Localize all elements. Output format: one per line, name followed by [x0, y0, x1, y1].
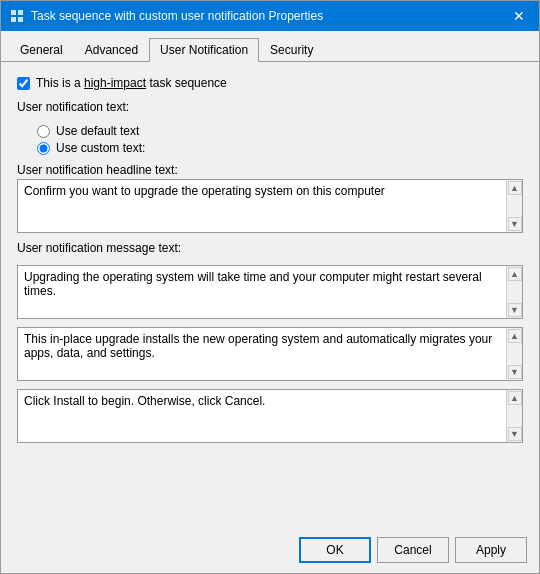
- radio-custom-label: Use custom text:: [56, 141, 145, 155]
- high-impact-checkbox-row: This is a high-impact task sequence: [17, 76, 523, 90]
- title-bar: Task sequence with custom user notificat…: [1, 1, 539, 31]
- radio-default[interactable]: [37, 125, 50, 138]
- radio-custom[interactable]: [37, 142, 50, 155]
- message2-textarea[interactable]: [18, 328, 506, 380]
- tab-security[interactable]: Security: [259, 38, 324, 62]
- radio-default-label: Use default text: [56, 124, 139, 138]
- headline-textarea-wrapper: ▲ ▼: [17, 179, 523, 233]
- tab-content: This is a high-impact task sequence User…: [1, 62, 539, 529]
- apply-button[interactable]: Apply: [455, 537, 527, 563]
- ok-button[interactable]: OK: [299, 537, 371, 563]
- message1-textarea-wrapper: ▲ ▼: [17, 265, 523, 319]
- close-button[interactable]: ✕: [507, 4, 531, 28]
- scroll-up-arrow[interactable]: ▲: [508, 181, 522, 195]
- scroll-up-arrow-1[interactable]: ▲: [508, 267, 522, 281]
- scroll-down-arrow[interactable]: ▼: [508, 217, 522, 231]
- cancel-button[interactable]: Cancel: [377, 537, 449, 563]
- high-impact-word: high-impact: [84, 76, 146, 90]
- high-impact-label: This is a high-impact task sequence: [36, 76, 227, 90]
- svg-rect-0: [11, 10, 16, 15]
- headline-scrollbar: ▲ ▼: [506, 180, 522, 232]
- window-title: Task sequence with custom user notificat…: [31, 9, 507, 23]
- tab-user-notification[interactable]: User Notification: [149, 38, 259, 62]
- message1-textarea[interactable]: [18, 266, 506, 318]
- message2-textarea-wrapper: ▲ ▼: [17, 327, 523, 381]
- svg-rect-3: [18, 17, 23, 22]
- message3-textarea-wrapper: ▲ ▼: [17, 389, 523, 443]
- window-icon: [9, 8, 25, 24]
- scroll-up-arrow-2[interactable]: ▲: [508, 329, 522, 343]
- notification-text-label: User notification text:: [17, 100, 523, 114]
- dialog-window: Task sequence with custom user notificat…: [0, 0, 540, 574]
- radio-group: Use default text Use custom text:: [17, 124, 523, 155]
- message2-scrollbar: ▲ ▼: [506, 328, 522, 380]
- tab-advanced[interactable]: Advanced: [74, 38, 149, 62]
- radio-custom-row: Use custom text:: [37, 141, 523, 155]
- message3-textarea[interactable]: [18, 390, 506, 442]
- scroll-down-arrow-2[interactable]: ▼: [508, 365, 522, 379]
- svg-rect-1: [18, 10, 23, 15]
- tab-bar: General Advanced User Notification Secur…: [1, 31, 539, 62]
- message-label: User notification message text:: [17, 241, 523, 255]
- headline-label: User notification headline text:: [17, 163, 523, 177]
- message1-scrollbar: ▲ ▼: [506, 266, 522, 318]
- button-bar: OK Cancel Apply: [1, 529, 539, 573]
- headline-textarea[interactable]: [18, 180, 506, 232]
- radio-default-row: Use default text: [37, 124, 523, 138]
- high-impact-checkbox[interactable]: [17, 77, 30, 90]
- svg-rect-2: [11, 17, 16, 22]
- headline-field-group: User notification headline text: ▲ ▼: [17, 163, 523, 233]
- scroll-up-arrow-3[interactable]: ▲: [508, 391, 522, 405]
- scroll-down-arrow-1[interactable]: ▼: [508, 303, 522, 317]
- message3-scrollbar: ▲ ▼: [506, 390, 522, 442]
- scroll-down-arrow-3[interactable]: ▼: [508, 427, 522, 441]
- tab-general[interactable]: General: [9, 38, 74, 62]
